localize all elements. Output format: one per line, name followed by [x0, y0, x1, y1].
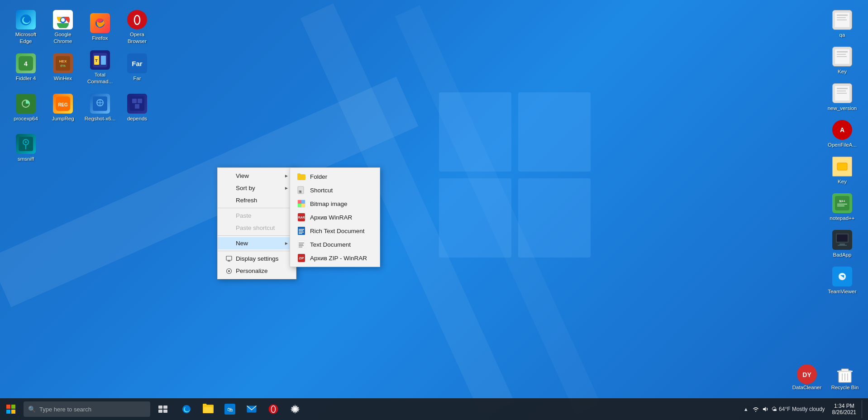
icon-key1[interactable]: Key: [825, 45, 860, 77]
icon-new-version[interactable]: new_version: [825, 81, 860, 114]
icon-regshot[interactable]: Regshot-x6...: [82, 89, 118, 127]
taskbar-app-store[interactable]: 🛍: [219, 398, 241, 420]
icon-winhex[interactable]: HEX6% WinHex: [45, 48, 81, 87]
ctx-new-label: New: [236, 240, 248, 247]
submenu-winrar[interactable]: RAR Архив WinRAR: [290, 210, 380, 224]
submenu-winrar-label: Архив WinRAR: [310, 214, 352, 221]
icon-label-regshot: Regshot-x6...: [85, 115, 115, 122]
svg-text:🛍: 🛍: [227, 406, 233, 413]
svg-rect-48: [837, 56, 847, 57]
weather-widget[interactable]: 🌤 64°F Mostly cloudy: [772, 406, 825, 412]
icon-microsoft-edge[interactable]: Microsoft Edge: [8, 8, 43, 47]
taskbar-pinned-apps: 🛍: [176, 398, 306, 420]
icon-label-smsniff: smsniff: [18, 156, 34, 162]
icon-openfileapp[interactable]: A OpenFileA...: [825, 118, 860, 150]
ctx-paste-shortcut[interactable]: Paste shortcut: [218, 222, 296, 234]
icon-label-winhex: WinHex: [54, 75, 72, 82]
ctx-view[interactable]: View ►: [218, 170, 296, 182]
taskbar-clock[interactable]: 1:34 PM 8/26/2021: [829, 398, 860, 420]
submenu-bitmap[interactable]: Bitmap image: [290, 197, 380, 210]
svg-rect-107: [158, 406, 162, 409]
volume-icon[interactable]: [762, 405, 770, 413]
shortcut-icon: [296, 186, 306, 194]
svg-rect-70: [837, 371, 853, 372]
svg-text:HEX: HEX: [59, 59, 67, 63]
ctx-new[interactable]: New ►: [218, 237, 296, 249]
svg-rect-87: [298, 204, 301, 207]
svg-rect-51: [837, 91, 846, 91]
taskbar-app-explorer[interactable]: [197, 398, 219, 420]
clock-time: 1:34 PM: [834, 403, 854, 409]
taskbar-app-edge[interactable]: [176, 398, 197, 420]
taskbar-search[interactable]: 🔍 Type here to search: [24, 401, 150, 417]
submenu-zipwinrar-label: Архив ZIP - WinRAR: [310, 255, 367, 262]
taskbar-app-mail[interactable]: [241, 398, 262, 420]
icon-label-jumpreg: JumpReg: [52, 115, 74, 122]
submenu-shortcut[interactable]: Shortcut: [290, 183, 380, 197]
icon-far[interactable]: Far Far: [119, 48, 155, 87]
icon-firefox[interactable]: Firefox: [82, 8, 118, 47]
icon-totalcmd[interactable]: T Total Commad...: [82, 48, 118, 87]
svg-text:N++: N++: [839, 200, 845, 203]
svg-rect-103: [6, 405, 10, 409]
icon-depends[interactable]: depends: [119, 89, 155, 127]
taskbar-app-opera[interactable]: [262, 398, 284, 420]
svg-rect-109: [158, 410, 162, 413]
icon-google-chrome[interactable]: Google Chrome: [45, 8, 81, 47]
show-desktop[interactable]: [862, 400, 864, 418]
tray-expand[interactable]: ▲: [742, 405, 750, 413]
start-button[interactable]: [0, 398, 22, 420]
icon-procexp64[interactable]: procexp64: [8, 89, 43, 127]
ctx-display-settings[interactable]: Display settings: [218, 253, 296, 265]
ctx-paste-label: Paste: [236, 212, 252, 219]
ctx-sep3: [218, 251, 296, 251]
ctx-personalize-label: Personalize: [236, 267, 268, 274]
task-view-button[interactable]: [152, 398, 174, 420]
ctx-sort[interactable]: Sort by ►: [218, 182, 296, 194]
svg-rect-95: [299, 233, 302, 234]
icon-datacleaner[interactable]: DY DataCleaner: [789, 363, 825, 393]
icon-badapp[interactable]: BadApp: [825, 228, 860, 260]
ctx-paste[interactable]: Paste: [218, 210, 296, 222]
ctx-personalize[interactable]: Personalize: [218, 265, 296, 277]
svg-rect-63: [837, 234, 848, 242]
taskbar-right: ▲ 🌤 64°F Mostly cloudy 1:34 PM 8/26/2021: [742, 398, 868, 420]
icon-label-chrome: Google Chrome: [47, 31, 79, 45]
icon-label-openfileapp: OpenFileA...: [828, 142, 857, 148]
svg-rect-3: [518, 92, 591, 172]
winrar-icon: RAR: [296, 213, 306, 221]
ctx-sep2: [218, 235, 296, 236]
icon-label-teamviewer: TeamViewer: [828, 288, 856, 295]
svg-point-10: [61, 18, 65, 22]
submenu-zipwinrar[interactable]: ZIP Архив ZIP - WinRAR: [290, 251, 380, 265]
svg-rect-44: [837, 19, 847, 20]
svg-text:A: A: [840, 126, 844, 134]
icon-recycle-bin[interactable]: Recycle Bin: [827, 363, 863, 393]
personalize-icon: [225, 268, 233, 274]
svg-text:6%: 6%: [60, 64, 66, 68]
icon-teamviewer[interactable]: TeamViewer: [825, 265, 860, 297]
icon-notepadpp[interactable]: N++ notepad++: [825, 191, 860, 224]
icon-fiddler4[interactable]: 4 Fiddler 4: [8, 48, 43, 87]
icon-smsniff[interactable]: smsniff: [8, 129, 43, 167]
ctx-paste-shortcut-label: Paste shortcut: [236, 224, 275, 231]
icon-label-badapp: BadApp: [833, 252, 852, 258]
svg-rect-98: [299, 244, 303, 245]
svg-point-80: [228, 270, 230, 272]
submenu-shortcut-label: Shortcut: [310, 187, 333, 194]
icon-jumpreg[interactable]: REG JumpReg: [45, 89, 81, 127]
ctx-refresh[interactable]: Refresh: [218, 194, 296, 206]
network-icon[interactable]: [752, 405, 760, 413]
icon-qa[interactable]: qa: [825, 8, 860, 40]
submenu-folder[interactable]: Folder: [290, 170, 380, 183]
desktop: Microsoft Edge Google Chrome Firefox Ope…: [0, 0, 868, 420]
submenu-textdoc[interactable]: Text Document: [290, 238, 380, 251]
icon-key2[interactable]: Key: [825, 155, 860, 187]
submenu-richtext[interactable]: Rich Text Document: [290, 224, 380, 238]
icon-opera[interactable]: Opera Browser: [119, 8, 155, 47]
svg-rect-77: [228, 261, 230, 262]
taskbar-app-settings[interactable]: [284, 398, 306, 420]
svg-rect-94: [299, 232, 304, 233]
svg-text:REG: REG: [58, 102, 68, 107]
ctx-sort-label: Sort by: [236, 185, 255, 191]
